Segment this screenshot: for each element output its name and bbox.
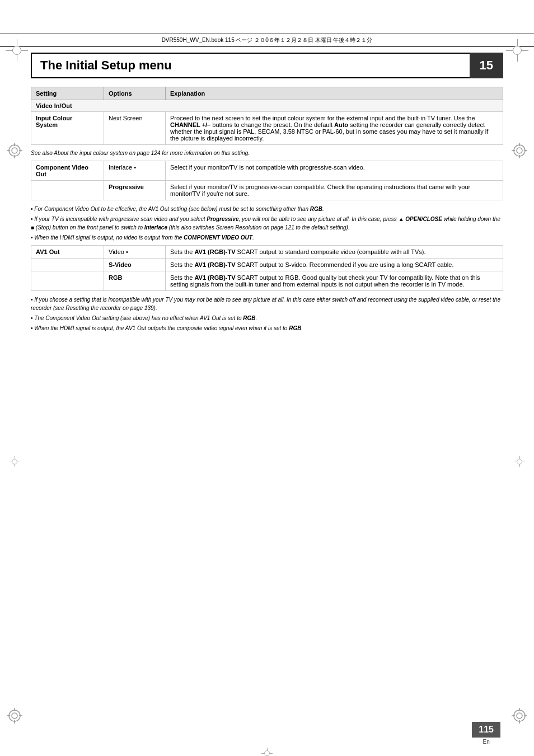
gear-icon-left-top — [7, 143, 22, 158]
main-content: The Initial Setup menu 15 Setting Option… — [31, 47, 503, 332]
settings-table-av1: AV1 Out Video • Sets the AV1 (RGB)-TV SC… — [31, 245, 503, 291]
options-next-screen: Next Screen — [104, 112, 166, 145]
explanation-interlace: Select if your monitor/TV is not compati… — [166, 161, 503, 181]
bullet-note-av1-1: • If you choose a setting that is incomp… — [31, 295, 503, 312]
svg-point-7 — [12, 713, 17, 719]
page-lang: En — [472, 739, 500, 745]
header-options: Options — [104, 87, 166, 100]
page-number: 115 — [472, 722, 500, 738]
section-header-video-inout: Video In/Out — [31, 100, 503, 112]
setting-av1-out: AV1 Out — [31, 246, 104, 259]
page-container: DVR550H_WV_EN.book 115 ページ ２０0６年１２月２８日 木… — [0, 34, 534, 756]
gear-icon-right-top — [512, 143, 527, 158]
setting-av1-empty2 — [31, 271, 104, 291]
bullet-notes-component: • For Component Video Out to be effectiv… — [31, 205, 503, 242]
table-row-component-progressive: Progressive Select if your monitor/TV is… — [31, 181, 503, 200]
bullet-note-2: • If your TV is incompatible with progre… — [31, 215, 503, 232]
bullet-note-av1-3: • When the HDMI signal is output, the AV… — [31, 324, 503, 332]
options-video-bullet: Video • — [104, 246, 166, 259]
options-progressive: Progressive — [104, 181, 166, 200]
setting-av1-empty1 — [31, 259, 104, 271]
title-section: The Initial Setup menu 15 — [31, 53, 503, 78]
table-row-av1-svideo: S-Video Sets the AV1 (RGB)-TV SCART outp… — [31, 259, 503, 271]
svg-point-1 — [12, 148, 17, 153]
explanation-input-colour: Proceed to the next screen to set the in… — [166, 112, 503, 145]
table-row-av1-rgb: RGB Sets the AV1 (RGB)-TV SCART output t… — [31, 271, 503, 291]
settings-table-component: Component VideoOut Interlace • Select if… — [31, 161, 503, 200]
section-header-text: Video In/Out — [31, 100, 503, 112]
header-setting: Setting — [31, 87, 104, 100]
title-box: The Initial Setup menu — [31, 53, 470, 78]
table-row-av1-video: AV1 Out Video • Sets the AV1 (RGB)-TV SC… — [31, 246, 503, 259]
note-input-colour: See also About the input colour system o… — [31, 149, 503, 157]
options-svideo: S-Video — [104, 259, 166, 271]
svg-point-19 — [517, 713, 522, 719]
header-explanation: Explanation — [166, 87, 503, 100]
gear-icon-left-bottom — [7, 708, 22, 724]
file-info-text: DVR550H_WV_EN.book 115 ページ ２０0６年１２月２８日 木… — [162, 37, 373, 43]
explanation-av1-rgb: Sets the AV1 (RGB)-TV SCART output to RG… — [166, 271, 503, 291]
settings-table: Setting Options Explanation Video In/Out… — [31, 87, 503, 145]
explanation-progressive: Select if your monitor/TV is progressive… — [166, 181, 503, 200]
left-side-decorations — [7, 34, 22, 756]
table-row-component-interlace: Component VideoOut Interlace • Select if… — [31, 161, 503, 181]
setting-input-colour: Input ColourSystem — [31, 112, 104, 145]
chapter-badge: 15 — [470, 53, 503, 78]
options-rgb: RGB — [104, 271, 166, 291]
svg-point-6 — [9, 710, 20, 721]
right-side-decorations — [512, 34, 527, 756]
svg-point-13 — [517, 148, 522, 153]
bullet-note-av1-2: • The Component Video Out setting (see a… — [31, 314, 503, 322]
page-title: The Initial Setup menu — [40, 58, 172, 72]
table-row-input-colour: Input ColourSystem Next Screen Proceed t… — [31, 112, 503, 145]
explanation-av1-video: Sets the AV1 (RGB)-TV SCART output to st… — [166, 246, 503, 259]
svg-point-18 — [514, 710, 525, 721]
bullet-notes-av1: • If you choose a setting that is incomp… — [31, 295, 503, 332]
setting-component-video: Component VideoOut — [31, 161, 104, 181]
bullet-note-1: • For Component Video Out to be effectiv… — [31, 205, 503, 213]
svg-point-12 — [514, 145, 525, 156]
gear-icon-right-bottom — [512, 708, 527, 724]
options-interlace: Interlace • — [104, 161, 166, 181]
explanation-av1-svideo: Sets the AV1 (RGB)-TV SCART output to S-… — [166, 259, 503, 271]
page-number-section: 115 En — [472, 722, 500, 745]
setting-component-video-empty — [31, 181, 104, 200]
svg-point-0 — [9, 145, 20, 156]
bottom-center-crosshair — [261, 748, 273, 756]
table-header-row: Setting Options Explanation — [31, 87, 503, 100]
bullet-note-3: • When the HDMI signal is output, no vid… — [31, 233, 503, 242]
file-info-bar: DVR550H_WV_EN.book 115 ページ ２０0６年１２月２８日 木… — [0, 34, 534, 47]
